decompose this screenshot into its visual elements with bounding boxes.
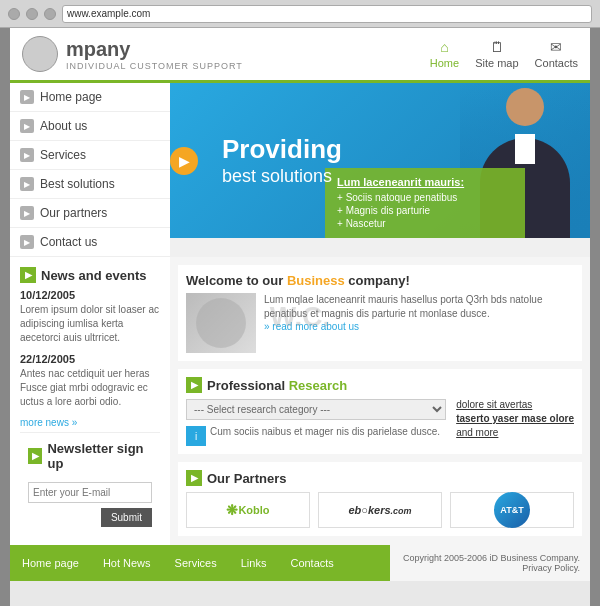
browser-btn-3 (44, 8, 56, 20)
footer-nav-services[interactable]: Services (163, 547, 229, 579)
research-link-1[interactable]: dolore sit avertas (456, 399, 574, 410)
info-text: Cum sociis naibus et mager nis dis parie… (210, 426, 440, 437)
copyright-text: Copyright 2005-2006 iD Business Company. (400, 553, 580, 563)
research-link-3[interactable]: and more (456, 427, 574, 438)
logo-area: mpany Individual Customer Support (22, 36, 243, 72)
sidebar-item-partners[interactable]: ▶ Our partners (10, 199, 170, 228)
newsletter-section-title: ▶ Newsletter sign up (28, 441, 152, 471)
partners-logos: ❋ Koblo eb○kers.com AT&T (186, 492, 574, 528)
news-section-title: ▶ News and events (20, 267, 160, 283)
welcome-content: Lum mqlae laceneanrit mauris hasellus po… (186, 293, 574, 353)
welcome-box: Welcome to our Business company! Lum mql… (178, 265, 582, 361)
footer-copyright: Copyright 2005-2006 iD Business Company.… (390, 545, 590, 581)
hero-info-list: Sociis natoque penatibus Magnis dis part… (337, 191, 513, 230)
sidebar-label-services: Services (40, 148, 86, 162)
welcome-title: Welcome to our Business company! (186, 273, 574, 288)
newsletter-arrow-icon: ▶ (28, 448, 42, 464)
hero-banner: ▶ Providing best solutions Lum laceneanr… (170, 83, 590, 238)
right-column: Welcome to our Business company! Lum mql… (170, 257, 590, 545)
partners-section-title: ▶ Our Partners (186, 470, 574, 486)
submit-button[interactable]: Submit (101, 508, 152, 527)
sidebar-item-about[interactable]: ▶ About us (10, 112, 170, 141)
footer-nav-links[interactable]: Links (229, 547, 279, 579)
email-input[interactable] (28, 482, 152, 503)
partner-ebokers: eb○kers.com (318, 492, 442, 528)
sitemap-icon: 🗒 (475, 39, 518, 55)
footer-nav-contacts[interactable]: Contacts (278, 547, 345, 579)
contacts-icon: ✉ (535, 39, 578, 55)
hero-arrow-icon: ▶ (170, 147, 198, 175)
research-title-text: Professional Research (207, 378, 347, 393)
nav-sitemap[interactable]: 🗒 Site map (475, 39, 518, 69)
welcome-title-highlight: Business (287, 273, 345, 288)
nav-sitemap-label: Site map (475, 57, 518, 69)
koblo-label: Koblo (238, 504, 269, 516)
sidebar-label-partners: Our partners (40, 206, 107, 220)
logo-text-area: mpany Individual Customer Support (66, 38, 243, 71)
nav-arrow-contact: ▶ (20, 235, 34, 249)
footer-nav-hotnews[interactable]: Hot News (91, 547, 163, 579)
home-icon: ⌂ (430, 39, 459, 55)
person-head (506, 88, 544, 126)
hero-info-item-3: Nascetur (337, 217, 513, 230)
nav-arrow-services: ▶ (20, 148, 34, 162)
research-arrow-icon: ▶ (186, 377, 202, 393)
att-logo-circle: AT&T (494, 492, 530, 528)
partner-koblo: ❋ Koblo (186, 492, 310, 528)
sidebar-item-services[interactable]: ▶ Services (10, 141, 170, 170)
news-text-2: Antes nac cetdiquit uer heras Fusce giat… (20, 367, 160, 409)
sidebar-item-contact[interactable]: ▶ Contact us (10, 228, 170, 257)
welcome-text: Lum mqlae laceneanrit mauris hasellus po… (264, 293, 574, 321)
person-shirt (515, 134, 535, 164)
nav-home-label: Home (430, 57, 459, 69)
sidebar-label-about: About us (40, 119, 87, 133)
privacy-text: Privacy Policy. (400, 563, 580, 573)
sidebar-item-home[interactable]: ▶ Home page (10, 83, 170, 112)
info-icon: i (186, 426, 206, 446)
research-category-select[interactable]: --- Select research category --- (186, 399, 446, 420)
site-header: mpany Individual Customer Support ⌂ Home… (10, 28, 590, 83)
logo-icon (22, 36, 58, 72)
hero-title: Providing (222, 134, 342, 165)
ebo-label: eb○kers.com (348, 504, 411, 516)
news-date-2: 22/12/2005 (20, 353, 160, 365)
logo-text: mpany (66, 38, 243, 61)
footer-nav-home[interactable]: Home page (10, 547, 91, 579)
news-text-1: Lorem ipsum dolor sit loaser ac adipisci… (20, 303, 160, 345)
welcome-img-circle (196, 298, 246, 348)
welcome-img-placeholder (186, 293, 256, 353)
browser-chrome (0, 0, 600, 28)
news-arrow-icon: ▶ (20, 267, 36, 283)
nav-contacts[interactable]: ✉ Contacts (535, 39, 578, 69)
main-layout: ▶ Home page ▶ About us ▶ Services ▶ Best… (10, 83, 590, 257)
read-more-link[interactable]: » read more about us (264, 321, 574, 332)
sidebar-label-contact: Contact us (40, 235, 97, 249)
news-date-1: 10/12/2005 (20, 289, 160, 301)
partners-arrow-icon: ▶ (186, 470, 202, 486)
nav-arrow-solutions: ▶ (20, 177, 34, 191)
content-area: ▶ News and events 10/12/2005 Lorem ipsum… (10, 257, 590, 545)
welcome-title-part2: company! (345, 273, 410, 288)
nav-home[interactable]: ⌂ Home (430, 39, 459, 69)
footer-nav: Home page Hot News Services Links Contac… (10, 547, 390, 579)
welcome-text-area: Lum mqlae laceneanrit mauris hasellus po… (264, 293, 574, 353)
partners-box: ▶ Our Partners ❋ Koblo eb○kers.com AT&T (178, 462, 582, 536)
page-wrapper: mpany Individual Customer Support ⌂ Home… (10, 28, 590, 606)
address-bar[interactable] (62, 5, 592, 23)
hero-info-title: Lum laceneanrit mauris: (337, 176, 513, 188)
research-link-2[interactable]: taserto yaser mase olore (456, 413, 574, 424)
more-news-link[interactable]: more news » (20, 417, 160, 428)
newsletter-box: ▶ Newsletter sign up Submit (20, 432, 160, 535)
header-nav: ⌂ Home 🗒 Site map ✉ Contacts (430, 39, 578, 69)
hero-text: Providing best solutions (206, 122, 358, 198)
browser-btn-2 (26, 8, 38, 20)
research-left: --- Select research category --- i Cum s… (186, 399, 446, 446)
site-footer: Home page Hot News Services Links Contac… (10, 545, 590, 581)
sidebar-label-home: Home page (40, 90, 102, 104)
partner-att: AT&T (450, 492, 574, 528)
sidebar-label-solutions: Best solutions (40, 177, 115, 191)
welcome-image (186, 293, 256, 353)
research-content: --- Select research category --- i Cum s… (186, 399, 574, 446)
sidebar-item-solutions[interactable]: ▶ Best solutions (10, 170, 170, 199)
left-column: ▶ News and events 10/12/2005 Lorem ipsum… (10, 257, 170, 545)
